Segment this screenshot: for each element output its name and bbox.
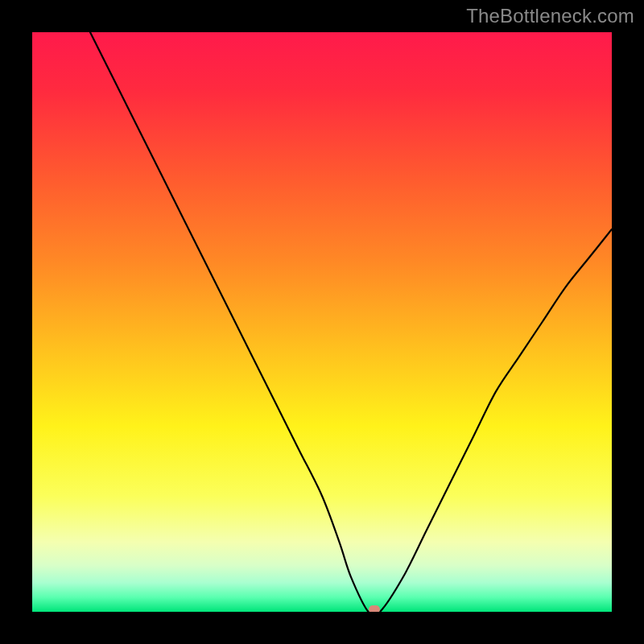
chart-frame: TheBottleneck.com	[0, 0, 644, 644]
plot-area	[32, 32, 612, 612]
watermark-text: TheBottleneck.com	[466, 5, 634, 27]
bottleneck-curve	[32, 32, 612, 612]
optimal-marker	[369, 605, 380, 612]
